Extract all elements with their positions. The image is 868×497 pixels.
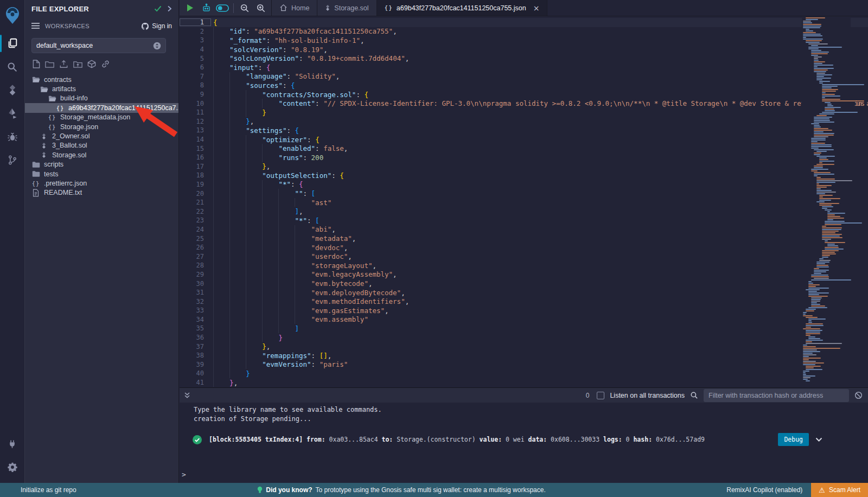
settings-icon[interactable]	[0, 456, 25, 478]
line-number: 9	[180, 91, 211, 98]
code-line-5[interactable]: 5"solcLongVersion": "0.8.19+commit.7dd6d…	[180, 54, 868, 63]
code-line-39[interactable]: 39"evmVersion": "paris"	[180, 360, 868, 369]
code-line-25[interactable]: 25"metadata",	[180, 234, 868, 243]
code-line-34[interactable]: 34"evm.assembly"	[180, 315, 868, 324]
tree-item-storage-metadata-json[interactable]: {}Storage_metadata.json	[25, 113, 178, 122]
code-line-37[interactable]: 37},	[180, 342, 868, 351]
copilot-toggle[interactable]	[215, 2, 229, 15]
code-line-15[interactable]: 15"enabled": false,	[180, 144, 868, 153]
tree-item-3-ballot-sol[interactable]: 3_Ballot.sol	[25, 141, 178, 150]
remix-logo-icon[interactable]	[0, 3, 25, 27]
code-line-20[interactable]: 20"": [	[180, 189, 868, 198]
tree-item-storage-json[interactable]: {}Storage.json	[25, 122, 178, 131]
code-line-8[interactable]: 8"sources": {	[180, 81, 868, 90]
cube-icon[interactable]	[87, 60, 96, 68]
code-line-12[interactable]: 12},	[180, 117, 868, 126]
terminal-prompt[interactable]: >	[180, 470, 868, 483]
code-line-32[interactable]: 32"evm.methodIdentifiers",	[180, 297, 868, 306]
transaction-filter-input[interactable]	[704, 389, 849, 402]
tab-storage-sol[interactable]: Storage.sol	[317, 0, 376, 16]
code-line-19[interactable]: 19"*": {	[180, 180, 868, 189]
terminal[interactable]: Type the library name to see available c…	[180, 403, 868, 483]
scam-alert-badge[interactable]: ⚠ Scam Alert	[811, 483, 868, 497]
tree-item-artifacts[interactable]: artifacts	[25, 84, 178, 93]
chevron-right-icon[interactable]	[167, 5, 172, 12]
code-line-17[interactable]: 17},	[180, 162, 868, 171]
code-line-6[interactable]: 6"input": {	[180, 63, 868, 72]
plugin-manager-icon[interactable]	[0, 433, 25, 455]
tree-item-storage-sol[interactable]: Storage.sol	[25, 150, 178, 160]
code-line-26[interactable]: 26"devdoc",	[180, 243, 868, 252]
deploy-and-run-icon[interactable]	[0, 103, 25, 124]
expand-transaction-chevron[interactable]	[815, 437, 822, 442]
code-line-23[interactable]: 23"*": [	[180, 216, 868, 225]
new-folder-icon[interactable]	[45, 60, 54, 68]
listen-all-transactions-checkbox[interactable]	[597, 392, 604, 399]
debugger-icon[interactable]	[0, 126, 25, 148]
tab-home[interactable]: Home	[272, 0, 317, 16]
terminal-collapse-icon[interactable]	[184, 392, 190, 399]
tree-item-tests[interactable]: tests	[25, 169, 178, 179]
code-line-36[interactable]: 36}	[180, 333, 868, 342]
line-number: 22	[180, 208, 211, 215]
code-line-1[interactable]: 1{	[180, 18, 868, 27]
upload-folder-icon[interactable]	[73, 60, 82, 68]
close-tab-icon[interactable]: ×	[533, 4, 540, 12]
code-line-10[interactable]: 10"content": "// SPDX-License-Identifier…	[180, 99, 868, 108]
ai-copilot-robot-icon[interactable]	[199, 2, 213, 15]
tree-item-contracts[interactable]: contracts	[25, 75, 178, 84]
code-line-31[interactable]: 31"evm.deployedBytecode",	[180, 288, 868, 297]
tree-item-2-owner-sol[interactable]: 2_Owner.sol	[25, 131, 178, 141]
github-sign-in-button[interactable]: Sign in	[141, 22, 172, 30]
code-line-16[interactable]: 16"runs": 200	[180, 153, 868, 162]
zoom-out-button[interactable]	[238, 2, 252, 15]
code-line-4[interactable]: 4"solcVersion": "0.8.19",	[180, 45, 868, 54]
git-init-status-item[interactable]: Initialize as git repo	[0, 486, 76, 494]
debug-button[interactable]: Debug	[778, 433, 809, 446]
tab-a69b43f277ba20fcac141151250ca755-json[interactable]: {}a69b43f277ba20fcac141151250ca755.json×	[377, 0, 548, 16]
code-line-9[interactable]: 9"contracts/Storage.sol": {	[180, 90, 868, 99]
search-icon[interactable]	[0, 56, 25, 78]
solidity-compiler-icon[interactable]	[0, 79, 25, 101]
tree-item-readme-txt[interactable]: README.txt	[25, 188, 178, 197]
code-line-7[interactable]: 7"language": "Solidity",	[180, 72, 868, 81]
code-editor[interactable]: 1{2"id": "a69b43f277ba20fcac141151250ca7…	[180, 16, 868, 387]
code-line-28[interactable]: 28"storageLayout",	[180, 261, 868, 270]
search-icon[interactable]	[690, 391, 698, 399]
code-line-41[interactable]: 41},	[180, 378, 868, 387]
code-line-29[interactable]: 29"evm.legacyAssembly",	[180, 270, 868, 279]
code-line-14[interactable]: 14"optimizer": {	[180, 135, 868, 144]
tree-item-scripts[interactable]: scripts	[25, 160, 178, 169]
workspace-select[interactable]: default_workspace	[31, 38, 166, 53]
code-line-21[interactable]: 21"ast"	[180, 198, 868, 207]
hamburger-menu-icon[interactable]	[31, 21, 40, 31]
code-line-24[interactable]: 24"abi",	[180, 225, 868, 234]
code-line-35[interactable]: 35]	[180, 324, 868, 333]
code-line-11[interactable]: 11}	[180, 108, 868, 117]
line-number: 10	[180, 100, 211, 107]
new-file-icon[interactable]	[33, 60, 40, 68]
tree-item-build-info[interactable]: build-info	[25, 94, 178, 103]
git-icon[interactable]	[0, 149, 25, 171]
code-line-22[interactable]: 22],	[180, 207, 868, 216]
code-line-30[interactable]: 30"evm.bytecode",	[180, 279, 868, 288]
did-you-know-tip: Did you know? To prototype using the Gno…	[76, 486, 727, 494]
tree-item--prettierrc-json[interactable]: {}.prettierrc.json	[25, 179, 178, 188]
run-script-button[interactable]	[183, 2, 197, 15]
copilot-status-item[interactable]: RemixAI Copilot (enabled)	[726, 486, 802, 494]
block-icon[interactable]	[854, 391, 863, 399]
link-icon[interactable]	[101, 60, 110, 68]
code-line-27[interactable]: 27"userdoc",	[180, 252, 868, 261]
code-line-33[interactable]: 33"evm.gasEstimates",	[180, 306, 868, 315]
code-line-2[interactable]: 2"id": "a69b43f277ba20fcac141151250ca755…	[180, 27, 868, 36]
tree-item-a69b43f277ba20fcac141151250ca7-[interactable]: {}a69b43f277ba20fcac141151250ca7...	[25, 103, 178, 112]
zoom-in-button[interactable]	[254, 2, 268, 15]
code-line-40[interactable]: 40}	[180, 369, 868, 378]
file-explorer-icon[interactable]	[0, 33, 25, 54]
upload-file-icon[interactable]	[59, 60, 68, 68]
minimap[interactable]	[802, 16, 851, 385]
code-line-13[interactable]: 13"settings": {	[180, 126, 868, 135]
code-line-18[interactable]: 18"outputSelection": {	[180, 171, 868, 180]
code-line-38[interactable]: 38"remappings": [],	[180, 351, 868, 360]
code-line-3[interactable]: 3"_format": "hh-sol-build-info-1",	[180, 36, 868, 45]
